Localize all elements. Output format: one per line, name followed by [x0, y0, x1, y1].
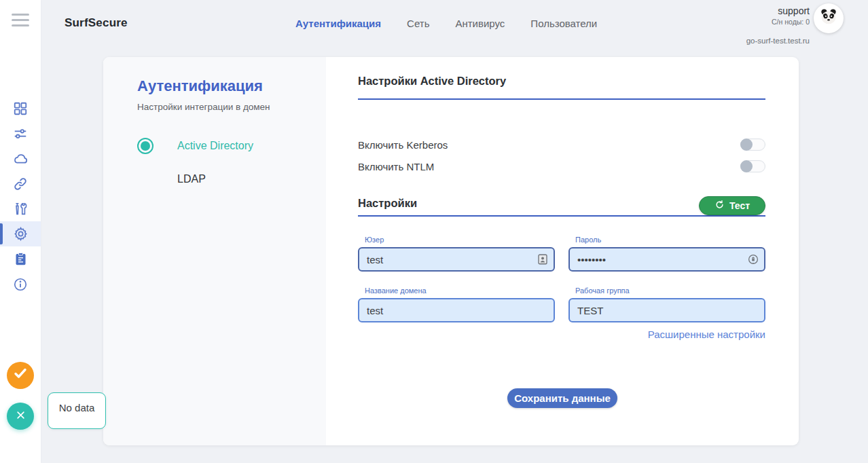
ntlm-toggle[interactable] — [740, 160, 765, 172]
user-host: go-surf-test.test.ru — [746, 36, 810, 45]
sidebar-item-link[interactable] — [0, 171, 41, 196]
ntlm-label: Включить NTLM — [358, 161, 434, 172]
avatar[interactable] — [814, 3, 844, 33]
clipboard-icon — [14, 252, 28, 266]
tools-icon — [13, 202, 28, 217]
ad-settings-title: Настройки Active Directory — [358, 75, 506, 88]
user-nodes-count: С/н ноды: 0 — [746, 18, 810, 26]
save-row: Сохранить данные — [326, 388, 799, 408]
workgroup-input[interactable] — [568, 298, 765, 322]
user-name: support — [746, 5, 810, 18]
nav-antivirus[interactable]: Антивирус — [455, 18, 505, 29]
radio-label: LDAP — [177, 173, 206, 185]
success-check-button[interactable] — [7, 362, 34, 389]
info-icon — [13, 277, 28, 292]
password-input[interactable] — [568, 247, 765, 272]
left-rail — [0, 0, 41, 463]
close-icon — [16, 409, 26, 424]
domain-field-group: Название домена — [358, 286, 555, 322]
content-card: Аутентификация Настройки интеграции в до… — [103, 57, 799, 445]
kerberos-label: Включить Kerberos — [358, 139, 448, 151]
dashboard-icon — [13, 101, 28, 116]
sidebar-item-dashboard[interactable] — [0, 96, 41, 121]
auth-panel: Аутентификация Настройки интеграции в до… — [103, 57, 326, 445]
refresh-icon — [715, 200, 725, 212]
sidebar-item-tools[interactable] — [0, 196, 41, 221]
no-data-tooltip: No data — [48, 392, 106, 429]
no-data-tooltip-text: No data — [59, 402, 95, 413]
password-field-group: Пароль — [568, 236, 765, 272]
user-field-group: Юзер — [358, 236, 555, 272]
radio-label: Active Directory — [177, 140, 253, 152]
settings-section-header: Настройки Тест — [358, 196, 765, 217]
tune-icon — [13, 126, 28, 141]
radio-selected-icon — [137, 138, 153, 154]
panda-avatar-icon — [818, 7, 839, 30]
sidebar-item-tasks[interactable] — [0, 246, 41, 272]
ntlm-toggle-row: Включить NTLM — [358, 155, 765, 177]
brand-logo: SurfSecure — [65, 16, 128, 30]
auth-panel-title: Аутентификация — [137, 77, 312, 95]
link-icon — [13, 177, 28, 191]
auth-method-list: Active Directory LDAP — [137, 138, 312, 187]
save-button[interactable]: Сохранить данные — [507, 388, 617, 408]
top-nav: Аутентификация Сеть Антивирус Пользовате… — [295, 0, 597, 46]
password-key-icon[interactable] — [747, 253, 759, 265]
sidebar-item-info[interactable] — [0, 272, 41, 297]
advanced-settings-row: Расширенные настройки — [358, 329, 765, 340]
workgroup-field-group: Рабочая группа — [568, 286, 765, 322]
user-field-label: Юзер — [365, 236, 555, 244]
autofill-contact-icon[interactable] — [537, 253, 549, 265]
user-input[interactable] — [358, 247, 555, 272]
radio-active-directory[interactable]: Active Directory — [137, 138, 312, 154]
nav-authentication[interactable]: Аутентификация — [295, 18, 381, 29]
settings-section-title: Настройки — [358, 197, 417, 210]
rail-nav — [0, 96, 41, 297]
workgroup-field-label: Рабочая группа — [575, 286, 765, 295]
sidebar-item-tune[interactable] — [0, 121, 41, 146]
check-icon — [12, 365, 29, 386]
header: SurfSecure Аутентификация Сеть Антивирус… — [41, 0, 868, 46]
nav-network[interactable]: Сеть — [407, 18, 429, 29]
radio-ldap[interactable]: LDAP — [137, 171, 312, 187]
test-button[interactable]: Тест — [699, 196, 765, 215]
kerberos-toggle[interactable] — [740, 138, 765, 151]
auth-panel-subtitle: Настройки интеграции в домен — [137, 102, 312, 112]
domain-input[interactable] — [358, 298, 555, 322]
nav-users[interactable]: Пользователи — [530, 18, 597, 29]
domain-field-label: Название домена — [365, 286, 555, 295]
settings-panel: Настройки Active Directory Включить Kerb… — [326, 57, 799, 445]
sidebar-item-settings[interactable] — [0, 221, 41, 246]
sidebar-item-cloud[interactable] — [0, 146, 41, 171]
test-button-label: Тест — [729, 200, 750, 211]
gear-icon — [13, 226, 29, 242]
advanced-settings-link[interactable]: Расширенные настройки — [648, 329, 765, 340]
close-fab-button[interactable] — [7, 403, 34, 430]
menu-hamburger-icon[interactable] — [12, 14, 29, 30]
password-field-label: Пароль — [575, 236, 765, 244]
radio-unselected-icon — [137, 171, 153, 187]
kerberos-toggle-row: Включить Kerberos — [358, 134, 765, 155]
ad-settings-header: Настройки Active Directory — [358, 75, 765, 100]
toggle-group: Включить Kerberos Включить NTLM — [358, 134, 765, 177]
user-block: support С/н ноды: 0 go-surf-test.test.ru — [746, 5, 810, 45]
cloud-icon — [13, 151, 29, 166]
settings-form: Юзер Пароль — [358, 236, 765, 322]
